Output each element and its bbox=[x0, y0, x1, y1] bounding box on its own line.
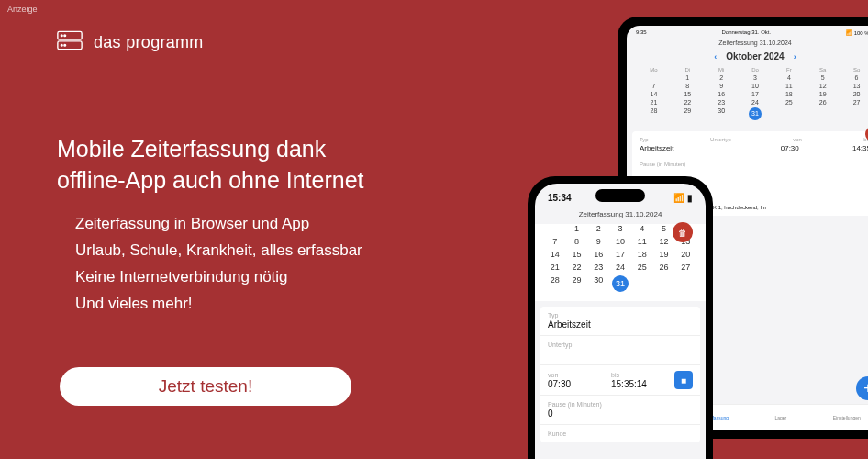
tablet-status-bar: 9:35 Donnerstag 31. Okt. 📶 100 % ■ bbox=[627, 26, 868, 38]
phone-clock: 15:34 bbox=[548, 193, 572, 203]
brand-text: das programm bbox=[94, 33, 204, 52]
chevron-right-icon[interactable]: › bbox=[794, 52, 796, 62]
phone-typ-value[interactable]: Arbeitszeit bbox=[548, 319, 693, 330]
tablet-status-battery: 📶 100 % ■ bbox=[846, 29, 868, 36]
tablet-month-label: Oktober 2024 bbox=[726, 51, 784, 62]
phone-page-title: Zeiterfassung 31.10.2024 bbox=[535, 207, 706, 224]
tablet-von-value[interactable]: 07:30 bbox=[781, 144, 799, 152]
feature-item: Und vieles mehr! bbox=[75, 291, 362, 318]
feature-item: Urlaub, Schule, Krankheit, alles erfassb… bbox=[75, 238, 362, 264]
tablet-selected-day[interactable]: 31 bbox=[749, 107, 762, 120]
feature-item: Keine Internetverbindung nötig bbox=[75, 264, 362, 291]
nav-item[interactable]: Einstellungen bbox=[833, 415, 861, 420]
phone-pause-value[interactable]: 0 bbox=[548, 409, 693, 419]
tablet-page-title: Zeiterfassung 31.10.2024 bbox=[627, 38, 868, 50]
tablet-bis-value[interactable]: 14:35 bbox=[852, 144, 868, 152]
phone-von-value[interactable]: 07:30 bbox=[548, 379, 593, 389]
tablet-status-date: Donnerstag 31. Okt. bbox=[722, 29, 772, 36]
feature-item: Zeiterfassung in Browser und App bbox=[75, 211, 362, 238]
headline-line2: offline-App auch ohne Internet bbox=[57, 165, 364, 196]
svg-point-5 bbox=[64, 44, 66, 46]
phone-entry-card: 🗑 Typ Arbeitszeit Untertyp von 07:30 bis… bbox=[540, 307, 700, 442]
feature-list: Zeiterfassung in Browser und App Urlaub,… bbox=[75, 211, 362, 318]
svg-point-2 bbox=[61, 35, 62, 37]
tablet-calendar[interactable]: MoDiMiDoFrSaSo 123456 78910111213 141516… bbox=[627, 67, 868, 128]
headline-line1: Mobile Zeiterfassung dank bbox=[57, 134, 364, 165]
tablet-month-header: ‹ Oktober 2024 › bbox=[627, 50, 868, 67]
nav-item[interactable]: Lager bbox=[774, 415, 786, 420]
server-icon bbox=[57, 29, 83, 55]
tablet-status-time: 9:35 bbox=[636, 29, 647, 36]
ad-label: Anzeige bbox=[7, 5, 38, 14]
trash-icon[interactable]: 🗑 bbox=[673, 222, 693, 242]
phone-selected-day[interactable]: 31 bbox=[612, 275, 629, 292]
tablet-typ-value[interactable]: Arbeitszeit bbox=[640, 144, 673, 152]
phone-screen: 15:34 📶 ▮ Zeiterfassung 31.10.2024 12345… bbox=[535, 184, 706, 459]
cta-button[interactable]: Jetzt testen! bbox=[60, 367, 351, 406]
svg-point-3 bbox=[64, 35, 66, 37]
svg-point-4 bbox=[61, 44, 62, 46]
phone-notch bbox=[595, 189, 645, 202]
now-button[interactable]: ■ bbox=[674, 371, 693, 389]
phone-bis-value[interactable]: 15:35:14 bbox=[611, 379, 656, 389]
ad-container: Anzeige das programm Mobile Zeiterfassun… bbox=[0, 0, 868, 459]
brand: das programm bbox=[57, 29, 204, 55]
add-button[interactable]: + bbox=[856, 376, 868, 400]
phone-mockup: 15:34 📶 ▮ Zeiterfassung 31.10.2024 12345… bbox=[528, 176, 713, 459]
chevron-left-icon[interactable]: ‹ bbox=[714, 52, 717, 62]
phone-status-icons: 📶 ▮ bbox=[673, 193, 693, 203]
headline: Mobile Zeiterfassung dank offline-App au… bbox=[57, 134, 364, 196]
